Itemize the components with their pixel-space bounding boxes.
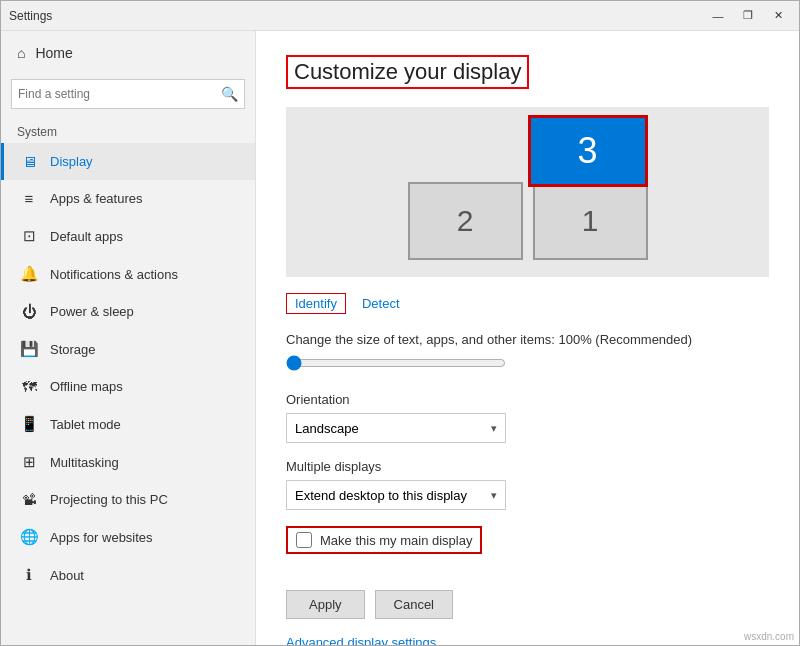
cancel-button[interactable]: Cancel: [375, 590, 453, 619]
titlebar: Settings — ❐ ✕: [1, 1, 799, 31]
main-panel: Customize your display 2 1 3: [256, 31, 799, 645]
identify-detect-row: Identify Detect: [286, 293, 769, 314]
sidebar-item-projecting[interactable]: 📽 Projecting to this PC: [1, 481, 255, 518]
sidebar-item-default-apps[interactable]: ⊡ Default apps: [1, 217, 255, 255]
close-button[interactable]: ✕: [765, 6, 791, 26]
scale-label: Change the size of text, apps, and other…: [286, 332, 769, 347]
scale-container: Change the size of text, apps, and other…: [286, 332, 769, 374]
notifications-icon: 🔔: [20, 265, 38, 283]
main-display-checkbox-row[interactable]: Make this my main display: [286, 526, 482, 554]
sidebar-item-storage[interactable]: 💾 Storage: [1, 330, 255, 368]
system-section-label: System: [1, 119, 255, 143]
search-icon: 🔍: [221, 86, 238, 102]
monitor-3-label: 3: [577, 130, 597, 172]
main-display-section: Make this my main display: [286, 526, 769, 572]
search-input[interactable]: [18, 87, 221, 101]
multiple-displays-label: Multiple displays: [286, 459, 769, 474]
web-icon: 🌐: [20, 528, 38, 546]
sidebar-item-label: Offline maps: [50, 379, 123, 394]
multiple-displays-value: Extend desktop to this display: [295, 488, 467, 503]
orientation-label: Orientation: [286, 392, 769, 407]
project-icon: 📽: [20, 491, 38, 508]
page-title: Customize your display: [286, 55, 529, 89]
watermark: wsxdn.com: [744, 631, 794, 642]
display-icon: 🖥: [20, 153, 38, 170]
minimize-button[interactable]: —: [705, 6, 731, 26]
titlebar-controls: — ❐ ✕: [705, 6, 791, 26]
detect-button[interactable]: Detect: [362, 296, 400, 311]
sidebar-item-label: Storage: [50, 342, 96, 357]
sidebar-item-multitasking[interactable]: ⊞ Multitasking: [1, 443, 255, 481]
monitor-1-label: 1: [582, 204, 599, 238]
sidebar: ⌂ Home 🔍 System 🖥 Display ≡ Apps & featu…: [1, 31, 256, 645]
maximize-button[interactable]: ❐: [735, 6, 761, 26]
multiple-displays-chevron-icon: ▾: [491, 489, 497, 502]
display-preview-area: 2 1 3: [286, 107, 769, 277]
about-icon: ℹ: [20, 566, 38, 584]
advanced-display-settings-link[interactable]: Advanced display settings: [286, 635, 436, 645]
maps-icon: 🗺: [20, 378, 38, 395]
orientation-section: Orientation Landscape ▾: [286, 392, 769, 443]
orientation-dropdown[interactable]: Landscape ▾: [286, 413, 506, 443]
orientation-value: Landscape: [295, 421, 359, 436]
sidebar-item-home[interactable]: ⌂ Home: [1, 31, 255, 75]
monitors-wrapper: 2 1 3: [408, 115, 648, 260]
storage-icon: 💾: [20, 340, 38, 358]
apply-button[interactable]: Apply: [286, 590, 365, 619]
action-buttons-row: Apply Cancel: [286, 590, 769, 619]
orientation-chevron-icon: ▾: [491, 422, 497, 435]
sidebar-item-label: Apps & features: [50, 191, 143, 206]
main-display-checkbox[interactable]: [296, 532, 312, 548]
sidebar-item-offline-maps[interactable]: 🗺 Offline maps: [1, 368, 255, 405]
sidebar-item-display[interactable]: 🖥 Display: [1, 143, 255, 180]
sidebar-item-label: Apps for websites: [50, 530, 153, 545]
sidebar-item-apps-websites[interactable]: 🌐 Apps for websites: [1, 518, 255, 556]
sidebar-item-label: Multitasking: [50, 455, 119, 470]
multitasking-icon: ⊞: [20, 453, 38, 471]
power-icon: ⏻: [20, 303, 38, 320]
sidebar-item-label: Tablet mode: [50, 417, 121, 432]
titlebar-title: Settings: [9, 9, 52, 23]
sidebar-item-label: About: [50, 568, 84, 583]
search-box[interactable]: 🔍: [11, 79, 245, 109]
sidebar-item-label: Projecting to this PC: [50, 492, 168, 507]
sidebar-item-label: Power & sleep: [50, 304, 134, 319]
home-icon: ⌂: [17, 45, 25, 61]
sidebar-item-label: Display: [50, 154, 93, 169]
multiple-displays-dropdown[interactable]: Extend desktop to this display ▾: [286, 480, 506, 510]
monitor-3[interactable]: 3: [528, 115, 648, 187]
sidebar-item-label: Notifications & actions: [50, 267, 178, 282]
monitor-1[interactable]: 1: [533, 182, 648, 260]
sidebar-item-apps-features[interactable]: ≡ Apps & features: [1, 180, 255, 217]
content-area: ⌂ Home 🔍 System 🖥 Display ≡ Apps & featu…: [1, 31, 799, 645]
sidebar-item-label: Default apps: [50, 229, 123, 244]
sidebar-item-tablet-mode[interactable]: 📱 Tablet mode: [1, 405, 255, 443]
sidebar-item-power-sleep[interactable]: ⏻ Power & sleep: [1, 293, 255, 330]
identify-button[interactable]: Identify: [286, 293, 346, 314]
settings-window: Settings — ❐ ✕ ⌂ Home 🔍 System 🖥 Di: [0, 0, 800, 646]
home-label: Home: [35, 45, 72, 61]
sidebar-item-about[interactable]: ℹ About: [1, 556, 255, 594]
multiple-displays-section: Multiple displays Extend desktop to this…: [286, 459, 769, 510]
default-apps-icon: ⊡: [20, 227, 38, 245]
sidebar-item-notifications[interactable]: 🔔 Notifications & actions: [1, 255, 255, 293]
monitor-2-label: 2: [457, 204, 474, 238]
main-display-label: Make this my main display: [320, 533, 472, 548]
tablet-icon: 📱: [20, 415, 38, 433]
apps-features-icon: ≡: [20, 190, 38, 207]
monitor-2[interactable]: 2: [408, 182, 523, 260]
scale-slider[interactable]: [286, 355, 506, 371]
